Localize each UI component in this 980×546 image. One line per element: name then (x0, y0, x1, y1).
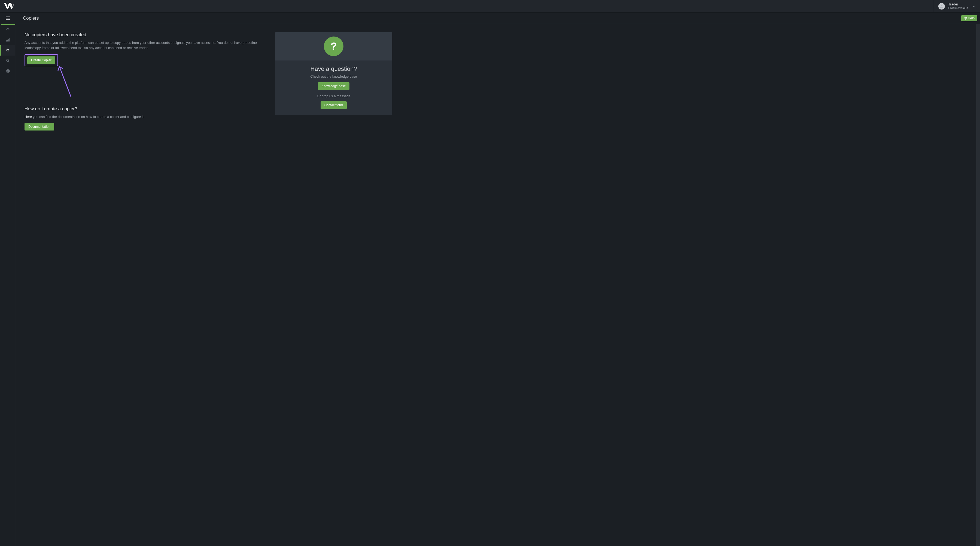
no-copiers-section: No copiers have been created Any account… (24, 32, 264, 99)
question-mark-glyph: ? (330, 41, 337, 52)
vertical-scrollbar[interactable] (976, 24, 980, 546)
no-copiers-heading: No copiers have been created (24, 32, 264, 38)
help-button[interactable]: ? Help (961, 15, 977, 21)
how-to-heading: How do I create a copier? (24, 106, 264, 112)
no-copiers-body: Any accounts that you add to the platfor… (24, 40, 264, 51)
top-bar: Trader Profile Avelous (0, 0, 980, 13)
svg-point-8 (8, 29, 8, 30)
help-card-header: ? (275, 32, 392, 60)
svg-text:?: ? (965, 17, 966, 19)
here-link[interactable]: Here (24, 115, 32, 119)
nav-item-dashboard[interactable] (0, 24, 15, 35)
svg-marker-1 (9, 3, 14, 9)
nav-item-settings[interactable] (0, 45, 15, 56)
annotation-arrow (57, 65, 264, 99)
sidebar-toggle[interactable] (0, 13, 15, 24)
svg-point-13 (6, 59, 9, 62)
how-to-body-rest: you can find the documentation on how to… (32, 115, 144, 119)
create-copier-highlight: Create Copier (24, 54, 58, 66)
help-card-heading: Have a question? (280, 65, 387, 72)
documentation-button[interactable]: Documentation (24, 123, 54, 131)
how-to-body: Here you can find the documentation on h… (24, 115, 264, 119)
svg-rect-3 (6, 17, 10, 17)
nav-item-support[interactable] (0, 66, 15, 76)
bar-chart-icon (6, 38, 10, 42)
user-profile-label: Profile Avelous (948, 6, 968, 10)
create-copier-button[interactable]: Create Copier (27, 56, 55, 64)
svg-rect-4 (6, 18, 10, 19)
hamburger-icon (6, 16, 10, 20)
svg-rect-9 (6, 40, 7, 41)
svg-point-2 (941, 5, 942, 6)
user-menu-chevron[interactable] (971, 5, 976, 8)
app-logo[interactable] (4, 3, 14, 10)
user-menu[interactable]: Trader Profile Avelous (948, 2, 968, 10)
knowledge-base-button[interactable]: Knowledge base (318, 82, 350, 90)
avatar-icon (939, 4, 944, 9)
side-nav (0, 24, 15, 546)
main-content: No copiers have been created Any account… (15, 24, 980, 546)
arrow-icon (57, 65, 73, 98)
question-circle-icon: ? (324, 37, 344, 56)
help-card: ? Have a question? Check out the knowled… (275, 32, 392, 115)
svg-rect-11 (8, 39, 9, 41)
search-icon (6, 59, 10, 63)
help-button-label: Help (968, 16, 975, 20)
lifebuoy-icon (6, 69, 10, 73)
nav-item-search[interactable] (0, 56, 15, 66)
gauge-icon (6, 27, 10, 32)
how-to-section: How do I create a copier? Here you can f… (24, 106, 264, 131)
svg-rect-5 (6, 19, 10, 20)
page-title: Copiers (15, 16, 39, 21)
nav-item-analytics[interactable] (0, 35, 15, 45)
logo-icon (4, 3, 14, 9)
user-avatar[interactable] (938, 3, 945, 10)
help-card-sub: Check out the knowledge base (280, 75, 387, 78)
chevron-down-icon (972, 5, 975, 8)
svg-rect-10 (7, 40, 8, 42)
gear-icon (6, 48, 10, 53)
help-card-or-text: Or drop us a message (280, 94, 387, 98)
svg-point-15 (7, 70, 8, 72)
svg-rect-12 (9, 38, 10, 41)
title-bar: Copiers ? Help (0, 13, 980, 24)
help-circle-icon: ? (964, 17, 967, 20)
contact-form-button[interactable]: Contact form (321, 101, 347, 109)
user-role-label: Trader (948, 2, 968, 6)
